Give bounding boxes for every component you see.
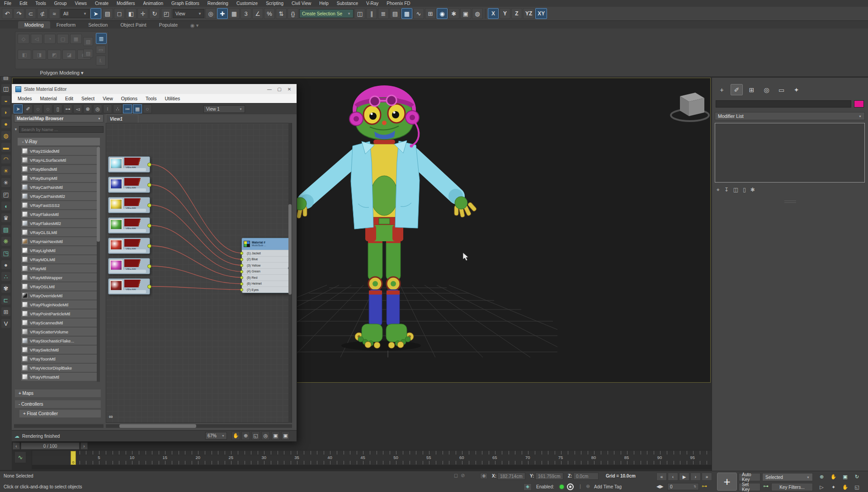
toolbar-icon[interactable]: ◍ [472, 8, 483, 19]
output-socket[interactable] [147, 163, 151, 167]
toolbar-icon[interactable]: ⇅ [276, 8, 287, 19]
slate-toolbar-icon[interactable]: ✐ [24, 104, 33, 113]
menu-item[interactable]: Substance [333, 0, 362, 6]
toolbar-icon[interactable]: % [264, 8, 275, 19]
mini-curve-editor-toggle[interactable]: ∿ [14, 451, 26, 463]
panel-grip[interactable] [784, 201, 796, 203]
toolbar-icon[interactable]: ∠ [252, 8, 263, 19]
axis-constraint-button[interactable]: YZ [523, 8, 534, 19]
menu-item[interactable]: File [0, 0, 15, 6]
ribbon-button[interactable]: ◨ [33, 50, 46, 60]
slate-menu-item[interactable]: Material [36, 95, 61, 102]
toolbar-icon[interactable]: 3 [241, 8, 251, 19]
canvas-vertical-scrollbar[interactable] [288, 123, 292, 423]
vray-toolbar-icon[interactable]: ◰ [1, 190, 10, 199]
binoculars-icon[interactable]: ∞ [109, 413, 113, 420]
vray-toolbar-icon[interactable]: ⊏ [1, 295, 10, 305]
playback-button[interactable]: › [690, 473, 701, 481]
material-list-item[interactable]: VRayVRmatMtl [21, 373, 100, 381]
close-button[interactable]: ✕ [286, 87, 293, 92]
axis-constraint-button[interactable]: X [488, 8, 499, 19]
material-list-item[interactable]: VRayCarPaintMtl [21, 183, 100, 191]
ribbon-button[interactable]: ▦ [70, 34, 82, 44]
transform-type-in-icon[interactable]: ✛ [480, 473, 487, 479]
ribbon-section-label[interactable]: Polygon Modeling ▾ [15, 70, 108, 76]
playback-button[interactable]: ‹ [668, 473, 678, 481]
slate-toolbar-icon[interactable]: ➤ [14, 104, 23, 113]
toolbar-icon[interactable]: ◻ [114, 8, 125, 19]
material-list-item[interactable]: VRayMtl [21, 264, 100, 272]
vray-toolbar-icon[interactable]: ▤ [1, 225, 10, 234]
vray-toolbar-icon[interactable]: ❋ [1, 237, 10, 246]
toolbar-icon[interactable]: ⊞ [425, 8, 436, 19]
menu-item[interactable]: Views [71, 0, 91, 6]
input-socket[interactable] [240, 276, 243, 279]
float-controller-item[interactable]: + Float Controller [19, 410, 101, 417]
material-node[interactable]: VRayMtl [108, 217, 150, 234]
toolbar-icon[interactable]: ◎ [205, 8, 216, 19]
controllers-section-header[interactable]: - Controllers [15, 400, 101, 408]
next-page-button[interactable]: › [80, 442, 88, 450]
material-list-item[interactable]: VRay2SidedMtl [21, 147, 100, 155]
modifier-stack[interactable] [715, 123, 865, 183]
vray-toolbar-icon[interactable]: ⊞ [1, 307, 10, 316]
material-node[interactable]: VRayMtl [108, 177, 150, 193]
view1-tab[interactable]: View1 [106, 114, 138, 123]
menu-item[interactable]: V-Ray [362, 0, 382, 6]
ribbon-button[interactable]: ◪ [62, 50, 76, 60]
ribbon-tab[interactable]: Modeling [18, 21, 50, 28]
menu-item[interactable]: Create [91, 0, 113, 6]
slate-menu-item[interactable]: Options [117, 95, 142, 102]
toolbar-icon[interactable]: ⊄ [37, 8, 48, 19]
canvas-nav-icon[interactable]: ▣ [281, 431, 290, 440]
vray-toolbar-icon[interactable]: ◠ [1, 155, 10, 164]
toolbar-icon[interactable]: ✛ [137, 8, 148, 19]
view-cube[interactable] [671, 93, 709, 121]
axis-constraint-button[interactable]: Y [500, 8, 510, 19]
toolbar-icon[interactable]: ✚ [217, 8, 228, 19]
multi-sub-slot[interactable]: (5) Red [242, 274, 290, 281]
ribbon-button[interactable]: ▭ [96, 46, 106, 54]
toolbar-icon[interactable]: ◫ [354, 8, 365, 19]
command-panel-tab[interactable]: ◎ [760, 84, 773, 95]
viewport-nav-icon[interactable]: ✋ [828, 473, 839, 481]
multi-sub-slot[interactable]: (6) Helmet [242, 281, 290, 287]
ribbon-button[interactable]: ◔ [44, 34, 56, 44]
ribbon-button[interactable]: ◩ [47, 50, 61, 60]
modifier-list-dropdown[interactable]: Modifier List ▼ [715, 112, 865, 120]
multi-sub-slot[interactable]: (1) Jacket [242, 250, 290, 256]
material-list-item[interactable]: VRayFlakesMtl [21, 210, 100, 218]
toolbar-icon[interactable]: ↷ [14, 8, 24, 19]
slate-menu-item[interactable]: Tools [142, 95, 161, 102]
previous-page-button[interactable]: ‹ [13, 442, 20, 450]
multi-sub-slot[interactable]: (7) Eyes [242, 286, 290, 293]
canvas-nav-icon[interactable]: ▣ [271, 431, 280, 440]
axis-constraint-button[interactable]: Z [511, 8, 522, 19]
canvas-nav-icon[interactable]: ◎ [261, 431, 270, 440]
vray-toolbar-icon[interactable]: ✾ [1, 284, 10, 293]
slate-menu-item[interactable]: View [99, 95, 117, 102]
material-list-item[interactable]: VRayALSurfaceMtl [21, 156, 100, 164]
slate-toolbar-icon[interactable]: ◌ [33, 104, 42, 113]
material-list-item[interactable]: VRayGLSLMtl [21, 228, 100, 236]
canvas-nav-icon[interactable]: ✋ [231, 431, 240, 440]
output-socket[interactable] [147, 224, 151, 228]
canvas-nav-icon[interactable]: ⊕ [241, 431, 250, 440]
command-panel-tab[interactable]: ▭ [775, 84, 788, 95]
toolbar-icon[interactable]: ✱ [448, 8, 459, 19]
material-list-item[interactable]: VRayMtlWrapper [21, 273, 100, 281]
material-list-item[interactable]: VRayPointParticleMtl [21, 309, 100, 318]
vray-toolbar-icon[interactable]: ● [1, 119, 10, 128]
material-list-item[interactable]: VRaySwitchMtl [21, 346, 100, 354]
slate-toolbar-icon[interactable]: ◌ [43, 104, 52, 113]
material-node[interactable]: VRayMtl [108, 278, 150, 295]
selection-filter-dropdown[interactable]: All▼ [61, 9, 90, 18]
menu-item[interactable]: Modifiers [113, 0, 139, 6]
material-list-item[interactable]: VRayMDLMtl [21, 255, 100, 263]
material-node[interactable]: VRayMtl [108, 197, 150, 213]
output-socket[interactable] [147, 183, 151, 187]
toolbar-icon[interactable]: ≈ [49, 8, 60, 19]
multi-sub-slot[interactable]: (4) Green [242, 268, 290, 275]
ribbon-button[interactable]: ▢ [57, 34, 69, 44]
slate-view-selector[interactable]: View 1▼ [203, 105, 245, 113]
